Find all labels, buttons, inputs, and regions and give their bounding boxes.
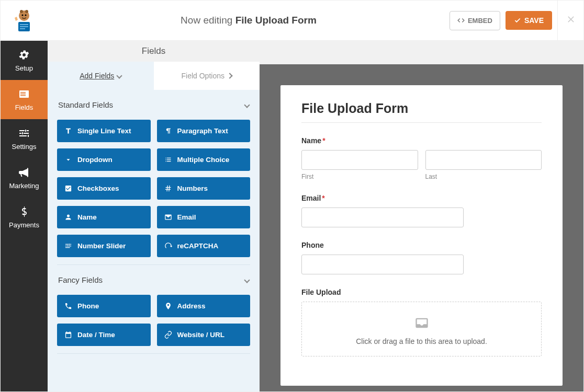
section-standard-fields: Standard Fields Single Line Text Paragra… [57, 90, 250, 265]
topbar: Now editing File Upload Form EMBED SAVE [1, 1, 583, 41]
link-icon [164, 331, 172, 339]
field-date-time[interactable]: Date / Time [57, 324, 151, 346]
svg-rect-8 [20, 28, 25, 29]
svg-rect-10 [20, 92, 26, 93]
svg-rect-6 [20, 24, 28, 25]
sliders-icon [18, 127, 30, 140]
first-name-input[interactable] [301, 150, 418, 170]
sidebar-item-marketing[interactable]: Marketing [1, 158, 48, 198]
embed-label: EMBED [468, 17, 492, 25]
dropzone-hint: Click or drag a file to this area to upl… [307, 337, 536, 345]
sidebar-item-fields[interactable]: Fields [1, 80, 48, 119]
preview-canvas: File Upload Form Name* First Last [260, 41, 583, 391]
required-asterisk: * [322, 136, 325, 145]
fields-panel: Fields Add Fields Field Options Standard… [48, 41, 260, 391]
sidebar-label: Setup [15, 64, 33, 72]
email-input[interactable] [301, 207, 464, 227]
app-logo [1, 7, 48, 33]
gear-icon [18, 49, 30, 61]
field-multiple-choice[interactable]: Multiple Choice [157, 148, 251, 171]
sidebar-item-setup[interactable]: Setup [1, 41, 48, 80]
tab-add-fields[interactable]: Add Fields [48, 62, 154, 90]
field-paragraph-text[interactable]: Paragraph Text [157, 120, 251, 142]
svg-point-2 [25, 10, 28, 13]
upload-label: File Upload [301, 288, 542, 296]
section-toggle-standard[interactable]: Standard Fields [57, 90, 250, 120]
svg-point-3 [21, 14, 23, 16]
field-numbers[interactable]: Numbers [157, 177, 251, 200]
map-marker-icon [164, 302, 172, 310]
field-phone-preview[interactable]: Phone [301, 241, 542, 274]
phone-icon [64, 302, 72, 310]
field-email-preview[interactable]: Email* [301, 194, 542, 227]
check-icon [514, 17, 521, 24]
field-address[interactable]: Address [157, 295, 251, 317]
text-icon [64, 127, 72, 135]
file-dropzone[interactable]: Click or drag a file to this area to upl… [301, 302, 542, 356]
sidebar-item-settings[interactable]: Settings [1, 119, 48, 158]
sidebar-label: Fields [15, 103, 33, 111]
phone-input[interactable] [301, 255, 464, 274]
field-dropdown[interactable]: Dropdown [57, 148, 151, 171]
section-fancy-fields: Fancy Fields Phone Address Date / Time W… [57, 265, 250, 354]
svg-point-4 [25, 14, 26, 16]
sidebar-label: Payments [9, 221, 39, 229]
sliders-icon [64, 242, 72, 250]
field-name-preview[interactable]: Name* First Last [301, 136, 542, 180]
field-phone[interactable]: Phone [57, 295, 151, 317]
section-title: Standard Fields [58, 100, 113, 109]
field-email[interactable]: Email [157, 206, 251, 228]
paragraph-icon [164, 127, 172, 135]
chevron-right-icon [227, 73, 232, 78]
divider [301, 122, 542, 123]
last-name-input[interactable] [425, 150, 542, 170]
field-website-url[interactable]: Website / URL [157, 324, 251, 346]
embed-button[interactable]: EMBED [450, 11, 500, 30]
close-icon[interactable] [566, 13, 576, 28]
title-prefix: Now editing [181, 15, 235, 26]
form-name: File Upload Form [235, 15, 317, 26]
save-button[interactable]: SAVE [506, 11, 552, 30]
sidebar-label: Marketing [9, 182, 39, 190]
field-checkboxes[interactable]: Checkboxes [57, 177, 151, 200]
svg-point-1 [20, 10, 23, 13]
code-icon [457, 17, 465, 24]
last-sublabel: Last [425, 173, 542, 180]
svg-rect-11 [20, 94, 26, 95]
sidebar-label: Settings [12, 143, 37, 151]
svg-rect-12 [20, 95, 26, 96]
form-title: File Upload Form [301, 101, 542, 116]
section-title: Fancy Fields [58, 275, 103, 284]
list-icon [164, 156, 172, 164]
check-square-icon [64, 185, 72, 192]
field-upload-preview[interactable]: File Upload Click or drag a file to this… [301, 288, 542, 356]
name-label: Name* [301, 136, 542, 145]
tab-label: Add Fields [80, 72, 114, 80]
envelope-icon [164, 213, 172, 221]
sidebar-item-payments[interactable]: Payments [1, 198, 48, 237]
panel-header: Fields [48, 41, 260, 62]
field-recaptcha[interactable]: reCAPTCHA [157, 235, 251, 257]
recaptcha-icon [164, 242, 172, 250]
chevron-down-icon [244, 102, 250, 108]
dollar-icon [18, 205, 30, 218]
user-icon [64, 213, 72, 221]
hash-icon [164, 185, 172, 192]
required-asterisk: * [322, 194, 324, 202]
caret-icon [64, 156, 72, 164]
save-label: SAVE [524, 16, 544, 25]
canvas-header [260, 41, 583, 64]
calendar-icon [64, 331, 72, 339]
tab-field-options[interactable]: Field Options [154, 62, 260, 90]
chevron-down-icon [244, 277, 250, 283]
field-number-slider[interactable]: Number Slider [57, 235, 151, 257]
svg-rect-7 [20, 26, 28, 27]
editing-title: Now editing File Upload Form [48, 15, 450, 26]
section-toggle-fancy[interactable]: Fancy Fields [57, 265, 250, 295]
email-label: Email* [301, 194, 542, 202]
sidebar: Setup Fields Settings Marketing Payments [1, 41, 48, 391]
field-single-line-text[interactable]: Single Line Text [57, 120, 151, 142]
tab-label: Field Options [182, 72, 224, 80]
fields-icon [18, 88, 30, 100]
field-name[interactable]: Name [57, 206, 151, 228]
